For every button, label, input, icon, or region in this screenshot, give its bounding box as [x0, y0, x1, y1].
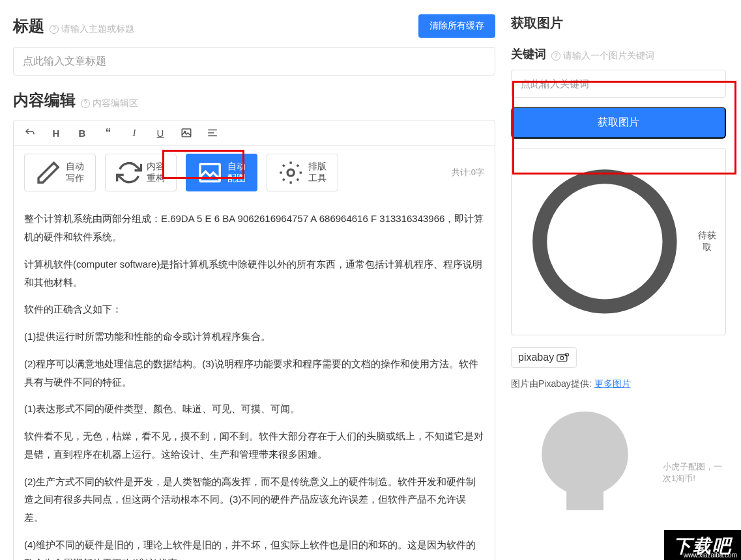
title-header: 标题 ? 请输入主题或标题 清除所有缓存	[13, 14, 495, 38]
cost-footnote: 小虎子配图，一次1淘币!	[511, 399, 726, 547]
title-hint: ? 请输入主题或标题	[50, 23, 134, 35]
quote-icon[interactable]: “	[102, 127, 114, 139]
paragraph: (2)生产方式不同的软件是开发，是人类智能的高发挥，而不是传统意义上的硬件制造。…	[24, 473, 484, 527]
undo-icon[interactable]	[24, 127, 36, 139]
editor-content[interactable]: 整个计算机系统由两部分组成：E.69DA 5 E 6 BA 9062616964…	[14, 199, 495, 560]
credit-line: 图片由Pixabay提供: 更多图片	[511, 378, 726, 390]
info-icon: ?	[81, 99, 90, 108]
paragraph: 整个计算机系统由两部分组成：E.69DA 5 E 6 BA 9062616964…	[24, 210, 484, 246]
more-images-link[interactable]: 更多图片	[594, 378, 631, 389]
auto-image-button[interactable]: 自动配图	[186, 154, 257, 191]
paragraph: (1)表达形式不同的硬件类型、颜色、味道、可见、可摸、可闻。	[24, 400, 484, 418]
paragraph: (2)程序可以满意地处理信息的数据结构。(3)说明程序功能要求和程序需要的文档的…	[24, 355, 484, 391]
action-toolbar: 自动写作 内容重构 自动配图 排版工具 共计:0字	[14, 146, 495, 199]
paragraph: (1)提供运行时所需功能和性能的命令或计算机程序集合。	[24, 328, 484, 346]
format-toolbar: H B “ I U	[14, 120, 495, 146]
auto-write-button[interactable]: 自动写作	[24, 154, 96, 191]
underline-icon[interactable]: U	[154, 127, 166, 139]
editor-hint: ? 内容编辑区	[81, 98, 138, 109]
restructure-button[interactable]: 内容重构	[105, 154, 177, 191]
word-count: 共计:0字	[452, 167, 484, 178]
info-icon: ?	[551, 51, 560, 61]
article-title-input[interactable]	[13, 47, 495, 76]
watermark-url: www.xiazaiba.com	[684, 552, 737, 559]
fetch-image-button[interactable]: 获取图片	[511, 107, 726, 139]
paragraph: 计算机软件(computer software)是指计算机系统中除硬件以外的所有…	[24, 255, 484, 292]
fetch-image-title: 获取图片	[511, 14, 726, 32]
keyword-input[interactable]	[511, 70, 726, 98]
italic-icon[interactable]: I	[128, 127, 140, 139]
editor-box: H B “ I U 自动写作 内容重构	[13, 120, 495, 560]
bold-icon[interactable]: B	[76, 127, 88, 139]
clear-cache-button[interactable]: 清除所有缓存	[418, 14, 495, 38]
pending-status-button[interactable]: 待获取	[511, 148, 726, 335]
paragraph: 软件的正确含义如下：	[24, 300, 484, 318]
image-icon[interactable]	[181, 127, 192, 139]
editor-label: 内容编辑	[13, 90, 76, 111]
layout-tools-button[interactable]: 排版工具	[267, 154, 338, 191]
paragraph: 软件看不见，无色，枯燥，看不见，摸不到，闻不到。软件大部分存在于人们的头脑或纸上…	[24, 427, 484, 464]
svg-point-6	[287, 169, 294, 176]
paragraph: (4)维护不同的硬件是旧的，理论上软件是旧的，并不坏，但实际上软件也是旧的和坏的…	[24, 536, 484, 560]
align-icon[interactable]	[207, 127, 218, 139]
info-icon: ?	[50, 25, 59, 34]
svg-point-9	[560, 356, 564, 359]
provider-badge: pixabay	[511, 347, 577, 368]
heading-icon[interactable]: H	[50, 127, 62, 139]
title-label: 标题	[13, 16, 44, 36]
keyword-label: 关键词	[511, 46, 546, 62]
svg-point-7	[540, 176, 669, 306]
keyword-hint: ? 请输入一个图片关键词	[551, 50, 654, 62]
